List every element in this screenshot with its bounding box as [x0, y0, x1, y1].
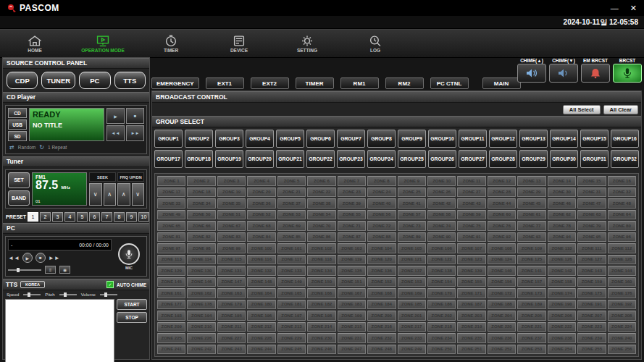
zone-button[interactable]: ZONE 76: [488, 221, 516, 231]
group-button[interactable]: GROUP16: [611, 130, 639, 148]
zone-button[interactable]: ZONE 205: [517, 311, 545, 321]
zone-button[interactable]: ZONE 142: [548, 266, 576, 276]
group-button[interactable]: GROUP10: [428, 130, 456, 148]
zone-button[interactable]: ZONE 20: [247, 188, 275, 198]
zone-button[interactable]: ZONE 48: [608, 198, 636, 209]
preset-button[interactable]: 10: [138, 212, 149, 222]
zone-button[interactable]: ZONE 154: [427, 277, 456, 287]
zone-button[interactable]: ZONE 100: [247, 243, 275, 253]
zone-button[interactable]: ZONE 175: [577, 288, 606, 298]
all-clear-button[interactable]: All Clear: [603, 105, 638, 114]
zone-button[interactable]: ZONE 95: [577, 232, 606, 243]
zone-button[interactable]: ZONE 117: [277, 255, 306, 265]
zone-button[interactable]: ZONE 5: [277, 176, 306, 186]
zone-button[interactable]: ZONE 114: [187, 255, 215, 265]
zone-button[interactable]: ZONE 162: [187, 288, 215, 298]
zone-button[interactable]: ZONE 87: [338, 232, 366, 243]
zone-button[interactable]: ZONE 104: [367, 243, 396, 253]
zone-button[interactable]: ZONE 159: [577, 277, 606, 287]
zone-button[interactable]: ZONE 141: [517, 266, 545, 276]
zone-button[interactable]: ZONE 191: [577, 300, 606, 310]
zone-button[interactable]: ZONE 178: [187, 300, 215, 310]
group-button[interactable]: GROUP31: [580, 150, 609, 168]
zone-button[interactable]: ZONE 73: [398, 221, 426, 231]
source-select-button[interactable]: TTS: [114, 72, 146, 89]
zone-button[interactable]: ZONE 128: [608, 255, 636, 265]
preset-button[interactable]: 4: [64, 212, 75, 222]
zone-button[interactable]: ZONE 21: [277, 188, 306, 198]
zone-button[interactable]: ZONE 231: [338, 333, 366, 343]
zone-button[interactable]: ZONE 216: [367, 322, 396, 332]
zone-button[interactable]: ZONE 44: [488, 198, 516, 209]
group-button[interactable]: GROUP4: [246, 130, 274, 148]
zone-button[interactable]: ZONE 39: [338, 198, 366, 209]
zone-button[interactable]: ZONE 54: [307, 210, 335, 220]
zone-button[interactable]: ZONE 47: [577, 198, 606, 209]
zone-button[interactable]: ZONE 136: [367, 266, 396, 276]
group-button[interactable]: GROUP5: [276, 130, 304, 148]
zone-button[interactable]: ZONE 149: [277, 277, 306, 287]
toolbar-log-button[interactable]: LOG: [349, 34, 401, 54]
preset-button[interactable]: 8: [114, 212, 125, 222]
zone-button[interactable]: ZONE 145: [157, 277, 185, 287]
broadcast-tab[interactable]: RM2: [385, 77, 424, 89]
zone-button[interactable]: ZONE 4: [247, 176, 275, 186]
zone-button[interactable]: ZONE 161: [157, 288, 185, 298]
group-button[interactable]: GROUP20: [246, 150, 274, 168]
zone-button[interactable]: ZONE 199: [338, 311, 366, 321]
zone-button[interactable]: ZONE 62: [548, 210, 576, 220]
zone-button[interactable]: ZONE 126: [548, 255, 576, 265]
zone-button[interactable]: ZONE 255: [577, 345, 606, 355]
zone-button[interactable]: ZONE 187: [457, 300, 485, 310]
zone-button[interactable]: ZONE 50: [187, 210, 215, 220]
zone-button[interactable]: ZONE 19: [217, 188, 246, 198]
zone-button[interactable]: ZONE 193: [157, 311, 185, 321]
zone-button[interactable]: ZONE 45: [517, 198, 545, 209]
cd-next-button[interactable]: ►►: [126, 125, 144, 141]
seek-up-button[interactable]: ∧: [104, 183, 117, 206]
group-button[interactable]: GROUP27: [459, 150, 487, 168]
zone-button[interactable]: ZONE 188: [488, 300, 516, 310]
zone-button[interactable]: ZONE 165: [277, 288, 306, 298]
zone-button[interactable]: ZONE 195: [217, 311, 246, 321]
zone-button[interactable]: ZONE 155: [457, 277, 485, 287]
zone-button[interactable]: ZONE 43: [457, 198, 485, 209]
zone-button[interactable]: ZONE 90: [427, 232, 456, 243]
source-select-button[interactable]: PC: [79, 72, 110, 89]
group-button[interactable]: GROUP32: [611, 150, 639, 168]
group-button[interactable]: GROUP13: [519, 130, 548, 148]
zone-button[interactable]: ZONE 28: [488, 188, 516, 198]
zone-button[interactable]: ZONE 198: [307, 311, 335, 321]
mic-button[interactable]: [118, 243, 140, 265]
zone-button[interactable]: ZONE 173: [517, 288, 545, 298]
zone-button[interactable]: ZONE 236: [488, 333, 516, 343]
media-source-button[interactable]: USB: [8, 119, 27, 130]
zone-button[interactable]: ZONE 52: [247, 210, 275, 220]
zone-button[interactable]: ZONE 83: [217, 232, 246, 243]
all-select-button[interactable]: All Select: [563, 105, 601, 114]
zone-button[interactable]: ZONE 218: [427, 322, 456, 332]
zone-button[interactable]: ZONE 108: [488, 243, 516, 253]
group-button[interactable]: GROUP15: [580, 130, 609, 148]
zone-button[interactable]: ZONE 133: [277, 266, 306, 276]
zone-button[interactable]: ZONE 242: [187, 345, 215, 355]
zone-button[interactable]: ZONE 224: [608, 322, 636, 332]
zone-button[interactable]: ZONE 51: [217, 210, 246, 220]
zone-button[interactable]: ZONE 252: [488, 345, 516, 355]
tts-text-input[interactable]: [5, 299, 114, 362]
zone-button[interactable]: ZONE 111: [577, 243, 606, 253]
zone-button[interactable]: ZONE 2: [187, 176, 215, 186]
zone-button[interactable]: ZONE 36: [247, 198, 275, 209]
zone-button[interactable]: ZONE 107: [457, 243, 485, 253]
tuner-set-button[interactable]: SET: [8, 172, 30, 188]
toolbar-home-button[interactable]: HOME: [9, 34, 61, 54]
zone-button[interactable]: ZONE 246: [307, 345, 335, 355]
zone-button[interactable]: ZONE 112: [608, 243, 636, 253]
zone-button[interactable]: ZONE 170: [427, 288, 456, 298]
zone-button[interactable]: ZONE 232: [367, 333, 396, 343]
zone-button[interactable]: ZONE 25: [398, 188, 426, 198]
zone-button[interactable]: ZONE 168: [367, 288, 396, 298]
zone-button[interactable]: ZONE 92: [488, 232, 516, 243]
zone-button[interactable]: ZONE 256: [608, 345, 636, 355]
zone-button[interactable]: ZONE 8: [367, 176, 396, 186]
